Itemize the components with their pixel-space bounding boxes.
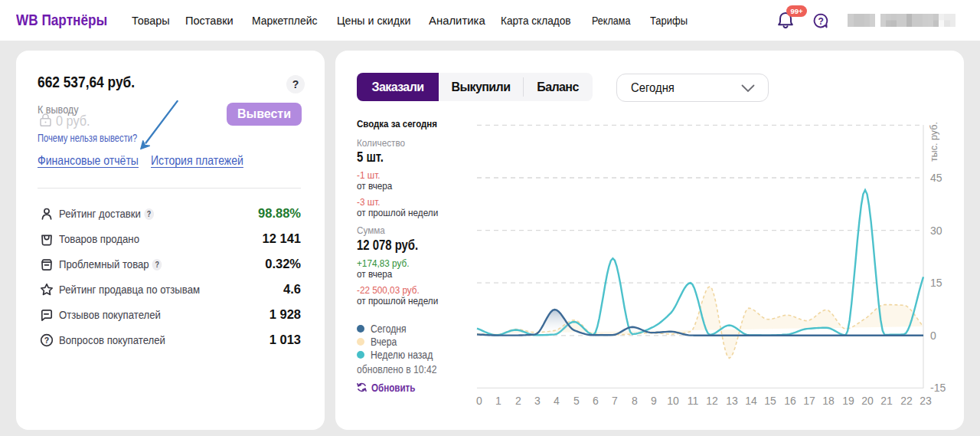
svg-text:15: 15 [764, 395, 776, 407]
svg-text:0: 0 [930, 329, 936, 342]
svg-text:8: 8 [632, 395, 638, 407]
svg-text:14: 14 [745, 395, 757, 407]
svg-text:?: ? [44, 336, 49, 345]
svg-text:2: 2 [515, 395, 521, 407]
svg-text:6: 6 [593, 395, 599, 407]
svg-text:17: 17 [803, 395, 815, 407]
svg-text:45: 45 [930, 172, 942, 184]
svg-text:5: 5 [573, 395, 580, 407]
svg-text:21: 21 [880, 395, 893, 407]
svg-text:20: 20 [861, 395, 874, 407]
svg-text:9: 9 [651, 395, 657, 407]
svg-text:15: 15 [930, 277, 942, 289]
svg-text:16: 16 [784, 395, 796, 407]
svg-text:4: 4 [554, 395, 560, 407]
svg-text:30: 30 [930, 225, 942, 237]
svg-text:0: 0 [476, 395, 482, 407]
svg-text:13: 13 [726, 395, 738, 407]
svg-text:-15: -15 [930, 382, 946, 394]
svg-text:3: 3 [534, 395, 541, 407]
svg-text:11: 11 [688, 395, 699, 407]
svg-text:19: 19 [842, 395, 854, 407]
svg-text:18: 18 [822, 395, 835, 407]
svg-text:1: 1 [495, 395, 501, 407]
svg-text:?: ? [818, 16, 824, 27]
svg-text:тыс. руб.: тыс. руб. [929, 122, 939, 162]
svg-text:22: 22 [900, 395, 913, 407]
svg-text:23: 23 [920, 395, 932, 407]
svg-text:10: 10 [667, 395, 679, 407]
svg-text:12: 12 [706, 395, 718, 407]
svg-text:7: 7 [612, 395, 618, 407]
